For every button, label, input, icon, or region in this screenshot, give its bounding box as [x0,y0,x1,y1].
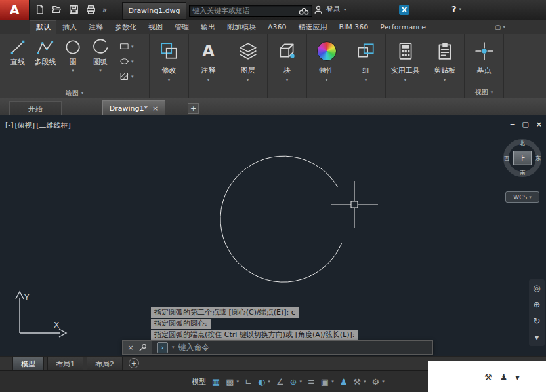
polar-tracking-icon[interactable]: ◐ [258,377,265,387]
ribbon-display-toggle[interactable]: ▢ ▾ [495,20,505,34]
file-tab-start[interactable]: 开始 [9,101,62,116]
exchange-apps-icon[interactable]: X [399,5,410,15]
ribbon-tab-home[interactable]: 默认 [30,20,56,34]
ribbon-tab-addins[interactable]: 附加模块 [221,20,262,34]
ucs-icon[interactable]: Y X [7,287,72,343]
recent-commands-icon[interactable]: › [157,342,168,353]
autocad-logo-button[interactable]: A [0,0,30,20]
clipboard-icon [435,41,455,61]
ribbon-panel-properties[interactable]: 特性 ▾ [307,34,346,98]
viewcube-west-label[interactable]: 西 [504,155,509,162]
orbit-icon[interactable]: ↻ [534,316,541,326]
save-icon[interactable] [68,4,79,15]
lineweight-icon[interactable]: ≡ [308,377,315,387]
sign-in-button[interactable]: 登录 ▾ [314,5,346,14]
layout-tab-layout1[interactable]: 布局1 [47,357,83,370]
binoculars-search-icon[interactable] [299,7,309,15]
ribbon-tab-view[interactable]: 视图 [142,20,169,34]
document-title: Drawing1.dwg [122,2,186,20]
circle-dropdown-icon: ▾ [72,68,74,73]
plot-icon[interactable] [85,4,96,15]
command-close-button[interactable]: × [127,343,133,352]
draw-panel-title[interactable]: 绘图 ▾ [0,88,149,98]
ribbon-tab-output[interactable]: 输出 [195,20,221,34]
drawing-canvas[interactable]: [-] [俯视] [二维线框] ─ ▢ × 北 南 西 东 上 WCS [0,115,546,356]
workspace-switching-icon[interactable]: ⚙ [372,377,380,387]
annotation-visibility-icon[interactable]: ♟ [340,377,348,387]
view-panel-title[interactable]: 视图 ▾ [465,88,503,97]
tool-polyline[interactable]: 多段线 [32,36,59,88]
tool-hatch[interactable]: ▾ [119,71,134,81]
layout-tab-model[interactable]: 模型 [12,357,44,370]
tool-ellipse[interactable]: ▾ [119,56,134,66]
osnap-dropdown-icon[interactable]: ▾ [299,379,302,384]
quick-access-toolbar: » [34,4,107,15]
viewcube[interactable]: 北 南 西 东 上 [503,139,541,177]
modify-icon [159,41,179,61]
tool-arc[interactable]: 圆弧 ▾ [87,36,114,88]
snap-dropdown-icon[interactable]: ▾ [237,379,240,384]
object-snap-icon[interactable]: ⊕ [290,377,297,387]
ribbon-tab-insert[interactable]: 插入 [56,20,83,34]
annotation-scale-icon[interactable]: ⚒ [353,377,361,387]
workspace-dropdown-icon[interactable]: ▾ [382,379,385,384]
file-tab-close-icon[interactable]: × [152,104,158,113]
viewcube-north-label[interactable]: 北 [520,140,525,147]
file-tab-bar: 开始 Drawing1* × + [0,98,546,116]
ribbon-tab-parametric[interactable]: 参数化 [109,20,142,34]
layout-tab-layout2[interactable]: 布局2 [87,357,123,370]
ribbon-panel-annotate[interactable]: A 注释 ▾ [189,34,228,98]
grid-icon[interactable]: ▦ [212,377,220,387]
viewcube-top-face[interactable]: 上 [513,151,532,165]
ribbon-tab-bim360[interactable]: BIM 360 [333,20,375,34]
viewcube-south-label[interactable]: 南 [520,169,525,176]
ribbon-panel-group[interactable]: 组 ▾ [346,34,386,98]
annotation-monitor-icon[interactable]: ⚒ [484,372,492,382]
ribbon-panel-clipboard[interactable]: 剪贴板 ▾ [425,34,465,98]
steering-wheel-icon[interactable]: ◎ [533,283,540,293]
zoom-icon[interactable]: ⊕ [534,300,541,309]
selection-dropdown-icon[interactable]: ▾ [331,379,334,384]
file-tab-drawing1[interactable]: Drawing1* × [102,100,165,116]
new-file-icon[interactable] [34,4,45,15]
annotate-icon: A [202,39,215,64]
customization-icon[interactable]: ▾ [515,372,520,382]
new-drawing-tab-button[interactable]: + [188,103,199,114]
polar-dropdown-icon[interactable]: ▾ [268,379,270,384]
ribbon-tab-featured-apps[interactable]: 精选应用 [293,20,333,34]
autocad-window: A » Drawing1.dwg 键入关键字或短语 登录 ▾ X ? ▾ [0,0,546,392]
annotation-scale-dropdown-icon[interactable]: ▾ [364,379,366,384]
command-history-line: 指定圆弧的端点(按住 Ctrl 键以切换方向)或 [角度(A)/弦长(L)]: [151,330,358,340]
isolate-objects-icon[interactable]: ♟ [500,372,508,382]
tool-line[interactable]: 直线 [4,36,32,88]
ribbon-tab-annotate[interactable]: 注释 [83,20,109,34]
command-dropdown-icon[interactable]: ▾ [172,345,175,350]
ribbon-panel-draw: 直线 多段线 圆 ▾ 圆弧 ▾ ▾ [0,34,150,98]
tool-circle[interactable]: 圆 ▾ [59,36,87,88]
customize-wrench-icon[interactable] [138,343,147,352]
ribbon-tab-a360[interactable]: A360 [262,20,293,34]
quick-access-overflow-icon[interactable]: » [102,5,107,14]
ribbon-tab-performance[interactable]: Performance [374,20,432,34]
open-file-icon[interactable] [51,4,62,15]
ribbon-panel-block[interactable]: 块 ▾ [268,34,307,98]
tool-rectangle[interactable]: ▾ [119,41,134,51]
search-input[interactable]: 键入关键字或短语 [189,5,312,17]
snap-mode-icon[interactable]: ▩ [226,377,234,387]
ribbon-panel-basepoint[interactable]: 基点 视图 ▾ [465,34,504,98]
selection-cycling-icon[interactable]: ▣ [321,377,329,387]
new-layout-button[interactable]: + [129,358,139,368]
ribbon-tab-manage[interactable]: 管理 [169,20,195,34]
viewcube-east-label[interactable]: 东 [536,155,541,162]
ortho-icon[interactable]: ∟ [245,377,252,387]
help-button[interactable]: ? ▾ [452,4,461,14]
navbar-more-icon[interactable]: ▾ [535,332,539,342]
ribbon-panel-layers[interactable]: 图层 ▾ [228,34,268,98]
statusbar-model-button[interactable]: 模型 [192,377,206,387]
ribbon-panel-utilities[interactable]: 实用工具 ▾ [386,34,425,98]
object-snap-tracking-icon[interactable]: ∠ [276,377,284,387]
hatch-dropdown-icon: ▾ [131,74,134,79]
ribbon-panel-modify[interactable]: 修改 ▾ [150,34,189,98]
wcs-dropdown[interactable]: WCS ▾ [505,191,539,203]
command-input[interactable]: › ▾ 键入命令 [152,340,433,355]
